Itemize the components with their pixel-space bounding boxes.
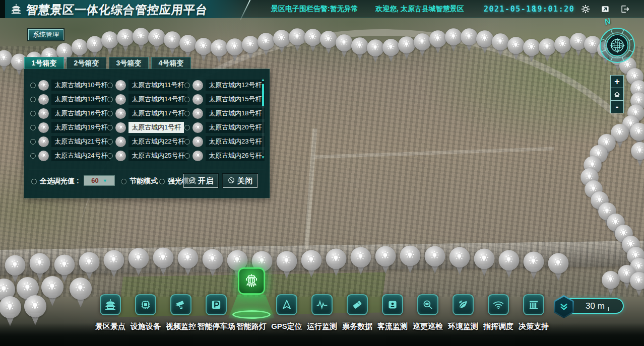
toolbar-item-环境监测[interactable]: 环境监测 xyxy=(445,294,481,331)
radio-icon[interactable] xyxy=(30,125,36,130)
radio-icon[interactable] xyxy=(107,125,113,130)
toolbar-item-设施设备[interactable]: 设施设备 xyxy=(128,294,163,331)
lamp-marker-icon[interactable] xyxy=(325,248,347,278)
lamp-item[interactable]: 太原古城内22号杆 xyxy=(107,134,184,149)
lamp-item[interactable]: 太原古城内17号杆 xyxy=(107,106,184,120)
lamp-marker-icon[interactable] xyxy=(523,251,544,281)
left-edge-strip xyxy=(0,0,5,18)
lamp-marker-icon[interactable] xyxy=(629,272,644,297)
lamp-marker-icon[interactable] xyxy=(374,246,396,275)
lamp-item[interactable]: 太原古城内1号杆 xyxy=(107,120,184,134)
lamp-item[interactable]: 太原古城内11号杆 xyxy=(107,78,184,92)
scrollbar-thumb[interactable] xyxy=(262,84,264,106)
home-button[interactable] xyxy=(610,88,624,101)
lamp-item[interactable]: 太原古城内19号杆 xyxy=(30,120,107,134)
radio-icon[interactable] xyxy=(30,97,36,102)
lamp-marker-icon[interactable] xyxy=(202,249,223,278)
toolbar-item-巡更巡检[interactable]: 巡更巡检 xyxy=(410,294,445,331)
lamp-marker-icon[interactable] xyxy=(424,246,445,275)
compass-icon[interactable] xyxy=(598,26,636,66)
lamp-marker-icon[interactable] xyxy=(399,245,421,274)
lamp-marker-icon[interactable] xyxy=(177,248,199,277)
lamp-marker-icon[interactable] xyxy=(103,250,124,279)
radio-icon[interactable] xyxy=(107,153,113,159)
lamp-item[interactable]: 太原古城内18号杆 xyxy=(184,106,262,120)
lamp-item[interactable]: 太原古城内23号杆 xyxy=(184,134,262,149)
system-manage-button[interactable]: 系统管理 xyxy=(28,29,63,40)
select-all-radio[interactable]: 全选 xyxy=(31,177,54,186)
open-button[interactable]: 开启 xyxy=(183,174,218,188)
tab-3号箱变[interactable]: 3号箱变 xyxy=(109,57,149,69)
lamp-item[interactable]: 太原古城内12号杆 xyxy=(184,78,262,92)
lamp-marker-icon[interactable] xyxy=(69,278,93,309)
scroll-up-icon[interactable]: ▲ xyxy=(261,78,265,82)
dim-value-select[interactable]: 60 ▼ xyxy=(84,175,115,186)
lamp-marker-icon[interactable] xyxy=(24,295,47,326)
toolbar-item-客流监测[interactable]: 客流监测 xyxy=(375,294,410,331)
radio-icon[interactable] xyxy=(107,83,113,88)
lamp-marker-icon[interactable] xyxy=(448,247,470,276)
tab-2号箱变[interactable]: 2号箱变 xyxy=(67,57,106,69)
radio-icon[interactable] xyxy=(107,97,113,102)
lamp-marker-icon[interactable] xyxy=(276,251,297,280)
ticket-icon xyxy=(347,294,368,315)
scroll-down-icon[interactable]: ▼ xyxy=(261,156,265,160)
radio-icon[interactable] xyxy=(159,179,165,184)
lamp-marker-icon[interactable] xyxy=(498,250,520,279)
fullscreen-icon[interactable] xyxy=(599,3,611,15)
lamp-item[interactable]: 太原古城内25号杆 xyxy=(107,149,184,163)
radio-icon[interactable] xyxy=(184,83,190,88)
radio-icon[interactable] xyxy=(184,125,190,130)
lamp-item[interactable]: 太原古城内13号杆 xyxy=(30,92,107,106)
logout-icon[interactable] xyxy=(619,3,631,15)
lamp-list-scrollbar[interactable]: ▲ ▼ xyxy=(261,78,266,160)
lamp-marker-icon[interactable] xyxy=(127,248,149,277)
radio-icon[interactable] xyxy=(30,111,36,116)
toolbar-item-视频监控[interactable]: 视频监控 xyxy=(163,294,199,331)
radio-icon[interactable] xyxy=(184,111,190,116)
toolbar-item-票务数据[interactable]: 票务数据 xyxy=(340,294,375,331)
eco-mode-radio[interactable]: 节能模式 xyxy=(121,177,158,186)
radio-icon[interactable] xyxy=(30,139,36,145)
lamp-marker-icon[interactable] xyxy=(601,271,620,296)
toolbar-item-决策支持[interactable]: 决策支持 xyxy=(516,294,551,331)
lamp-marker-icon[interactable] xyxy=(547,253,569,282)
lamp-marker-icon[interactable] xyxy=(78,252,100,281)
radio-icon[interactable] xyxy=(107,139,113,145)
toolbar-item-景区景点[interactable]: 景区景点 xyxy=(93,294,128,331)
radio-icon[interactable] xyxy=(184,153,190,159)
toolbar-item-运行监测[interactable]: 运行监测 xyxy=(304,294,340,331)
patrol-magnifier-icon xyxy=(417,294,438,315)
lamp-marker-icon[interactable] xyxy=(0,296,22,327)
lamp-marker-icon[interactable] xyxy=(630,142,644,167)
lamp-marker-icon[interactable] xyxy=(350,247,371,276)
radio-icon[interactable] xyxy=(31,179,37,184)
lamp-marker-icon[interactable] xyxy=(300,250,322,279)
close-button[interactable]: 关闭 xyxy=(223,174,257,188)
zoom-in-button[interactable]: + xyxy=(610,75,624,88)
lamp-marker-icon[interactable] xyxy=(473,248,495,278)
lamp-item[interactable]: 太原古城内20号杆 xyxy=(184,120,262,134)
toolbar-item-智能停车场[interactable]: 智能停车场 xyxy=(199,294,234,331)
lamp-item[interactable]: 太原古城内10号杆 xyxy=(30,78,107,92)
radio-icon[interactable] xyxy=(184,139,190,145)
lamp-item[interactable]: 太原古城内15号杆 xyxy=(184,92,262,106)
radio-icon[interactable] xyxy=(30,153,36,159)
lamp-item[interactable]: 太原古城内26号杆 xyxy=(184,149,262,163)
lamp-item[interactable]: 太原古城内21号杆 xyxy=(30,134,107,149)
settings-gear-icon[interactable] xyxy=(579,3,592,15)
radio-icon[interactable] xyxy=(30,83,36,88)
tab-1号箱变[interactable]: 1号箱变 xyxy=(24,57,64,69)
lamp-item[interactable]: 太原古城内24号杆 xyxy=(30,149,107,163)
radio-icon[interactable] xyxy=(184,97,190,102)
lamp-item[interactable]: 太原古城内14号杆 xyxy=(107,92,184,106)
tab-4号箱变[interactable]: 4号箱变 xyxy=(151,57,191,69)
zoom-out-button[interactable]: - xyxy=(610,100,624,113)
radio-icon[interactable] xyxy=(107,111,113,116)
toolbar-item-GPS定位[interactable]: GPS定位 xyxy=(269,294,304,331)
radio-icon[interactable] xyxy=(121,179,126,184)
toolbar-item-智能路灯[interactable]: 智能路灯 xyxy=(234,294,269,331)
lamp-item[interactable]: 太原古城内16号杆 xyxy=(30,106,107,120)
lamp-marker-icon[interactable] xyxy=(152,247,174,276)
toolbar-item-指挥调度[interactable]: 指挥调度 xyxy=(481,294,516,331)
